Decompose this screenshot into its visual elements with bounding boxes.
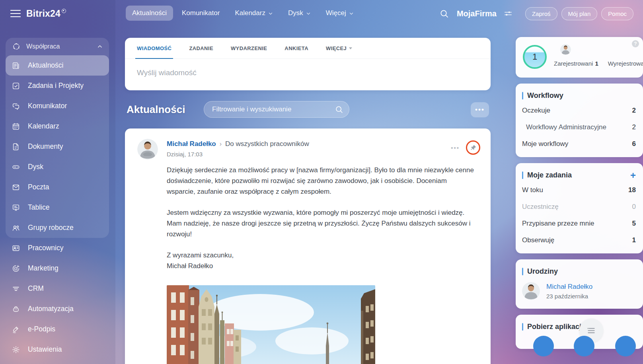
documents-icon: [11, 142, 21, 152]
sidebar-item-marketing[interactable]: Marketing: [6, 258, 109, 278]
workflow-row-administracyjne[interactable]: Workflowy Administracyjne 2: [516, 119, 643, 136]
sidebar-item-label: Komunikator: [28, 102, 67, 110]
sidebar-item-pracownicy[interactable]: Pracownicy: [6, 238, 109, 258]
sidebar-item-label: Ustawienia: [28, 345, 62, 354]
unregistered-label: Wyrejestrowani: [608, 60, 643, 67]
chevron-down-icon: [306, 11, 311, 16]
feed-header: Aktualności •••: [125, 101, 491, 118]
add-task-button[interactable]: +: [629, 171, 637, 179]
tasks-title[interactable]: Moje zadania: [527, 171, 629, 179]
composer-tab-wiadomosc[interactable]: WIADOMOŚĆ: [137, 38, 171, 58]
sidebar-item-aktualnosci[interactable]: Aktualności: [6, 55, 109, 76]
tasks-icon: [11, 81, 21, 91]
row-label: Workflowy Administracyjne: [522, 123, 632, 131]
unregistered-stat[interactable]: Wyrejestrowani0: [608, 60, 643, 67]
sidebar-section-label: Współpraca: [26, 43, 97, 50]
bitrix24-logo[interactable]: Bitrix24: [26, 8, 66, 19]
composer-tab-zadanie[interactable]: ZADANIE: [189, 38, 213, 58]
sidebar-item-crm[interactable]: CRM: [6, 278, 109, 299]
task-row-przypisane[interactable]: Przypisane przeze mnie 5: [516, 215, 643, 232]
birthday-person-link[interactable]: Michał Radełko: [546, 283, 592, 290]
sidebar-item-zadania[interactable]: Zadania i Projekty: [6, 76, 109, 96]
top-navigation: Aktualności Komunikator Kalendarz Dysk W…: [126, 6, 360, 21]
help-icon[interactable]: ?: [632, 40, 639, 47]
mail-icon: [11, 183, 21, 192]
composer-tab-label: ZADANIE: [189, 45, 213, 51]
logo-text: Bitrix24: [26, 8, 60, 19]
post-audience[interactable]: Do wszystkich pracowników: [225, 140, 309, 148]
sidebar-item-label: Aktualności: [28, 61, 64, 70]
sidebar-item-kalendarz[interactable]: Kalendarz: [6, 116, 109, 136]
top-tab-komunikator[interactable]: Komunikator: [175, 6, 226, 21]
sidebar-item-label: Pracownicy: [28, 244, 63, 252]
birthday-avatar[interactable]: [522, 282, 540, 300]
registered-counter[interactable]: 1: [523, 45, 547, 69]
post-signoff: Z wyrazami szacunku, Michał Radełko: [167, 250, 474, 271]
app-platform-icon[interactable]: [615, 336, 636, 356]
composer-tab-wiecej[interactable]: WIĘCEJ: [326, 38, 352, 58]
row-label: Przypisane przeze mnie: [522, 220, 632, 228]
task-row-w-toku[interactable]: W toku 18: [516, 182, 643, 199]
sidebar-item-grupy-robocze[interactable]: Grupy robocze: [6, 218, 109, 238]
top-tab-label: Aktualności: [132, 9, 167, 17]
sidebar-item-label: Dokumenty: [28, 142, 63, 151]
app-platform-icon[interactable]: [533, 336, 554, 356]
messenger-icon: [11, 101, 21, 111]
sidebar-item-epodpis[interactable]: e-Podpis: [6, 319, 109, 339]
row-label: W toku: [522, 186, 628, 194]
author-avatar[interactable]: [137, 139, 158, 160]
workflows-title[interactable]: Workflowy: [527, 91, 637, 100]
top-tab-aktualnosci[interactable]: Aktualności: [126, 6, 173, 21]
sidebar-item-tablice[interactable]: Tablice: [6, 197, 109, 218]
tasks-panel-header: Moje zadania +: [516, 163, 643, 182]
feed-post: Michał Radełko › Do wszystkich pracownik…: [125, 128, 491, 364]
sidebar-item-dokumenty[interactable]: Dokumenty: [6, 136, 109, 157]
workflow-row-oczekuje[interactable]: Oczekuje 2: [516, 102, 643, 119]
top-tab-label: Więcej: [326, 9, 346, 17]
filter-search-input[interactable]: [212, 105, 335, 113]
feed-filter[interactable]: [204, 101, 349, 118]
composer-tab-ankieta[interactable]: ANKIETA: [284, 38, 308, 58]
post-composer: WIADOMOŚĆ ZADANIE WYDARZENIE ANKIETA WIĘ…: [125, 38, 491, 90]
workflow-row-moje[interactable]: Moje workflowy 6: [516, 136, 643, 152]
composer-tab-wydarzenie[interactable]: WYDARZENIE: [231, 38, 267, 58]
dropdown-triangle-icon: [349, 47, 352, 49]
my-plan-button[interactable]: Mój plan: [561, 7, 598, 20]
feed-options-button[interactable]: •••: [471, 102, 489, 117]
employees-icon: [11, 243, 21, 253]
search-button[interactable]: [438, 8, 450, 20]
help-button[interactable]: Pomoc: [601, 7, 633, 20]
sidebar-section-header[interactable]: Współpraca: [6, 38, 109, 55]
birthdays-title[interactable]: Urodziny: [527, 267, 637, 276]
pin-post-button[interactable]: [466, 140, 480, 155]
post-author-link[interactable]: Michał Radełko: [167, 140, 216, 148]
avatar-image: [137, 139, 158, 160]
sidebar-item-ustawienia[interactable]: Ustawienia: [6, 339, 109, 360]
top-tab-dysk[interactable]: Dysk: [282, 6, 317, 21]
registered-user-avatar[interactable]: [560, 44, 571, 55]
hamburger-menu-button[interactable]: [10, 8, 21, 19]
row-value: 18: [628, 186, 636, 194]
chevron-up-icon: [97, 44, 103, 49]
sidebar-item-poczta[interactable]: Poczta: [6, 177, 109, 197]
sidebar-item-dysk[interactable]: Dysk: [6, 157, 109, 177]
task-row-obserwuje[interactable]: Obserwuję 1: [516, 232, 643, 249]
app-platform-icon[interactable]: [574, 336, 594, 356]
invite-button[interactable]: Zaproś: [525, 7, 557, 20]
post-paragraph: Dziękuję serdecznie za możliwość pracy w…: [167, 165, 474, 197]
sidebar-item-komunikator[interactable]: Komunikator: [6, 96, 109, 116]
settings-icon: [11, 345, 21, 354]
task-row-uczestnicze[interactable]: Uczestniczę 0: [516, 199, 643, 215]
top-tab-wiecej[interactable]: Więcej: [320, 6, 360, 21]
company-name[interactable]: MojaFirma: [457, 9, 497, 18]
registered-stat[interactable]: Zarejestrowani1: [554, 60, 598, 67]
top-tab-kalendarz[interactable]: Kalendarz: [228, 6, 279, 21]
sidebar-item-automatyzacja[interactable]: Automatyzacja: [6, 299, 109, 319]
marketing-icon: [11, 264, 21, 273]
post-menu-button[interactable]: •••: [451, 144, 460, 151]
company-settings-button[interactable]: [502, 8, 514, 19]
post-photo-old-town[interactable]: [167, 285, 375, 364]
drive-icon: [11, 162, 21, 172]
message-input[interactable]: [125, 59, 491, 87]
sidebar-item-label: e-Podpis: [28, 325, 55, 333]
